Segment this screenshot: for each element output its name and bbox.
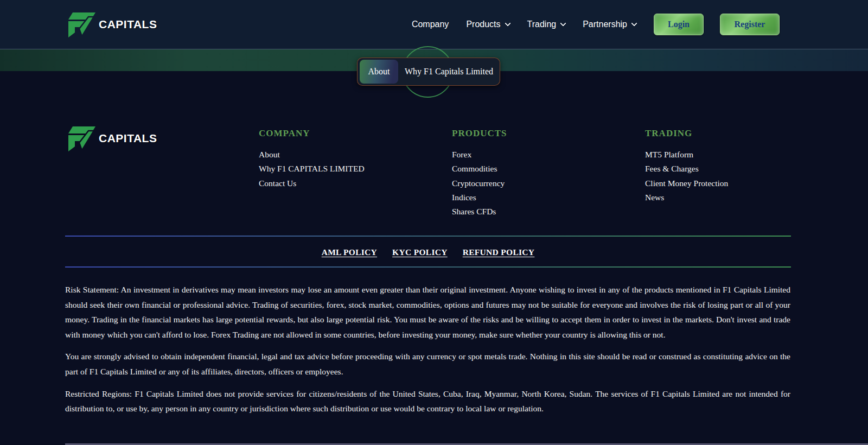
brand-name: CAPITALS	[99, 132, 157, 145]
divider-top	[65, 236, 791, 237]
footer-link-news[interactable]: News	[645, 190, 728, 205]
footer-link-forex[interactable]: Forex	[452, 148, 507, 162]
kyc-policy-link[interactable]: KYC POLICY	[392, 247, 448, 257]
restricted-regions-paragraph: Restricted Regions: F1 Capitals Limited …	[65, 386, 790, 416]
footer-column-trading: TRADING MT5 Platform Fees & Charges Clie…	[645, 128, 728, 205]
divider-bottom	[65, 266, 791, 268]
footer-brand-logo[interactable]: CAPITALS	[65, 125, 157, 152]
nav-item-partnership[interactable]: Partnership	[583, 20, 636, 29]
nav-label: Trading	[527, 20, 557, 29]
chevron-down-icon	[631, 20, 637, 26]
footer-column-title: TRADING	[645, 128, 728, 139]
tab-about[interactable]: About	[360, 60, 398, 84]
brand-name: CAPITALS	[99, 18, 157, 31]
footer-link-fees-charges[interactable]: Fees & Charges	[645, 162, 728, 176]
chevron-down-icon	[505, 20, 510, 26]
footer-link-about[interactable]: About	[259, 148, 365, 162]
about-tab-group: About Why F1 Capitals Limited	[357, 58, 500, 86]
footer-link-commodities[interactable]: Commodities	[452, 162, 507, 176]
nav-item-trading[interactable]: Trading	[527, 20, 566, 29]
footer-column-title: COMPANY	[259, 128, 365, 139]
footer-link-mt5-platform[interactable]: MT5 Platform	[645, 148, 728, 162]
legal-disclaimers: Risk Statement: An investment in derivat…	[65, 282, 790, 423]
f1-logo-icon	[65, 125, 97, 152]
footer-link-shares-cfds[interactable]: Shares CFDs	[452, 205, 507, 219]
f1-logo-icon	[65, 11, 97, 38]
footer-column-company: COMPANY About Why F1 CAPITALS LIMITED Co…	[259, 128, 365, 190]
tab-why-f1-capitals[interactable]: Why F1 Capitals Limited	[398, 67, 500, 77]
aml-policy-link[interactable]: AML POLICY	[322, 247, 377, 257]
nav-item-products[interactable]: Products	[466, 20, 509, 29]
brand-logo[interactable]: CAPITALS	[65, 11, 157, 38]
nav-label: Company	[412, 20, 449, 29]
refund-policy-link[interactable]: REFUND POLICY	[463, 247, 535, 257]
nav-label: Partnership	[583, 20, 627, 29]
login-button[interactable]: Login	[654, 14, 704, 35]
risk-statement-paragraph: Risk Statement: An investment in derivat…	[65, 282, 790, 342]
footer-link-indices[interactable]: Indices	[452, 190, 507, 205]
header: CAPITALS Company Products Trading Partne…	[0, 0, 868, 49]
footer-column-title: PRODUCTS	[452, 128, 507, 139]
advice-paragraph: You are strongly advised to obtain indep…	[65, 349, 790, 379]
footer-link-contact-us[interactable]: Contact Us	[259, 176, 365, 190]
footer-link-why-f1-capitals[interactable]: Why F1 CAPITALS LIMITED	[259, 162, 365, 176]
nav-item-company[interactable]: Company	[412, 20, 449, 29]
policy-links: AML POLICY KYC POLICY REFUND POLICY	[65, 247, 791, 257]
footer-link-cryptocurrency[interactable]: Cryptocurrency	[452, 176, 507, 190]
main-nav: Company Products Trading Partnership	[412, 20, 636, 29]
register-button[interactable]: Register	[720, 14, 780, 35]
footer-column-products: PRODUCTS Forex Commodities Cryptocurrenc…	[452, 128, 507, 219]
footer-link-client-money-protection[interactable]: Client Money Protection	[645, 176, 728, 190]
nav-label: Products	[466, 20, 500, 29]
chevron-down-icon	[560, 20, 566, 26]
page: CAPITALS Company Products Trading Partne…	[0, 0, 868, 445]
